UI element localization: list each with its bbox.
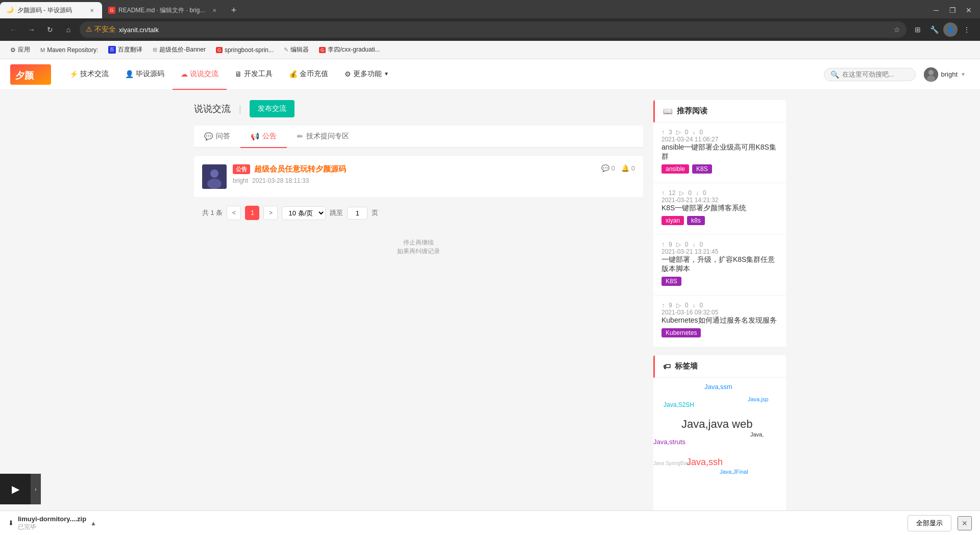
video-thumbnail[interactable]: ▶ [0, 474, 31, 504]
tag-k8s-r3[interactable]: K8S [662, 277, 681, 286]
svg-text:夕颜: 夕颜 [15, 70, 34, 81]
all-show-button[interactable]: 全部显示 [908, 515, 951, 531]
tab-close-2[interactable]: ✕ [210, 6, 218, 14]
cloud-tag-s2sh[interactable]: Java,S2SH [664, 401, 694, 408]
recommend-title-4[interactable]: Kubernetes如何通过服务名发现服务 [662, 316, 778, 325]
gold-icon: 💰 [289, 70, 298, 78]
like-icon: 💬 [601, 164, 609, 172]
goto-label: 跳至 [330, 208, 343, 217]
new-tab-button[interactable]: + [227, 3, 241, 17]
search-input[interactable] [842, 70, 909, 78]
user-area[interactable]: bright ▼ [920, 65, 970, 84]
bookmark-star-icon[interactable]: ☆ [894, 26, 900, 34]
tab-close-1[interactable]: ✕ [88, 6, 96, 14]
address-input[interactable]: ⚠ 不安全 xiyanit.cn/talk ☆ [80, 21, 906, 38]
post-title[interactable]: 超级会员任意玩转夕颜源码 [254, 164, 346, 174]
cloud-tag-ssm[interactable]: Java,ssm [704, 383, 732, 391]
per-page-select[interactable]: 10 条/页 [282, 206, 326, 220]
cloud-tag-jfinal[interactable]: Java,JFinal [720, 469, 748, 475]
profile-button[interactable]: 👤 [943, 22, 958, 37]
prev-page-button[interactable]: < [227, 206, 241, 220]
tag-k8s-r2[interactable]: k8s [687, 216, 705, 225]
tab-active[interactable]: 🌙 夕颜源码 - 毕设源码 ✕ [0, 2, 102, 18]
bookmark-banner[interactable]: ⊞ 超级低价-Banner [149, 43, 210, 56]
close-download-bar-button[interactable]: ✕ [958, 516, 972, 530]
tag-xiyan[interactable]: xiyan [662, 216, 684, 225]
likes-r4: 9 [669, 302, 672, 309]
apps-icon: ⚙ [10, 46, 16, 54]
svg-point-3 [928, 70, 934, 75]
expand-video-button[interactable]: › [31, 474, 41, 504]
nav-more-label: 更多功能 [353, 69, 382, 79]
bookmark-apps[interactable]: ⚙ 应用 [6, 43, 34, 56]
bookmark-springboot[interactable]: G springboot-sprin... [212, 44, 278, 56]
back-button[interactable]: ← [6, 22, 20, 37]
tab-notice[interactable]: 📢 公告 [240, 126, 287, 148]
nav-gold[interactable]: 💰 金币充值 [281, 59, 336, 90]
current-page-button[interactable]: 1 [245, 206, 259, 220]
dislike-icon-r3: ↓ [692, 241, 695, 248]
like-icon-r4: ↑ [662, 302, 665, 309]
sidebar-recommend-title: 📖 推荐阅读 [653, 100, 786, 123]
extension-icon[interactable]: 🔧 [927, 22, 941, 37]
header-divider: | [239, 104, 241, 114]
play-icon: ▶ [12, 483, 19, 495]
page-total: 共 1 条 [202, 208, 223, 217]
tag-wall-container: Java,ssm Java,S2SH Java,jsp Java,java we… [653, 378, 786, 521]
minimize-button[interactable]: ─ [929, 3, 943, 17]
close-button[interactable]: ✕ [962, 3, 976, 17]
main-nav: 夕颜 ⚡ 技术交流 👤 毕设源码 ☁ 说说交流 🖥 开发工具 💰 [0, 59, 980, 90]
next-page-button[interactable]: > [263, 206, 278, 220]
bookmark-baidu[interactable]: 百 百度翻译 [104, 43, 146, 56]
tag-kubernetes[interactable]: Kubernetes [662, 328, 701, 337]
goto-input[interactable]: 1 [347, 207, 368, 220]
nav-talk[interactable]: ☁ 说说交流 [173, 59, 227, 90]
cloud-tag-java[interactable]: Java, [750, 431, 764, 437]
nav-more[interactable]: ⚙ 更多功能 ▼ [336, 59, 397, 90]
download-chevron-icon[interactable]: ▲ [90, 520, 96, 527]
main-content: 说说交流 | 发布交流 💬 问答 📢 公告 ✏ 技术提问专区 [194, 100, 643, 535]
bookmark-editor[interactable]: ✎ 编辑器 [280, 43, 313, 56]
cloud-tag-javaweb[interactable]: Java,java web [681, 418, 752, 431]
tab-tech-qa[interactable]: ✏ 技术提问专区 [287, 126, 359, 148]
comments-r1: 0 [685, 129, 689, 136]
tab-bar: 🌙 夕颜源码 - 毕设源码 ✕ G README.md · 编辑文件 · bri… [0, 0, 980, 18]
refresh-button[interactable]: ↻ [43, 22, 57, 37]
nav-tech[interactable]: ⚡ 技术交流 [61, 59, 117, 90]
recommend-title-2[interactable]: K8S一键部署夕颜博客系统 [662, 204, 778, 213]
site-logo[interactable]: 夕颜 [10, 64, 51, 85]
cloud-tag-struts[interactable]: Java,struts [653, 438, 685, 446]
recommend-item-3: ↑ 9 ▷ 0 ↓ 0 2021-03-21 13:21:45 一键部署，升级，… [653, 235, 786, 296]
search-box[interactable]: 🔍 [824, 68, 916, 81]
post-date: 2021-03-28 18:11:33 [252, 177, 309, 184]
tab-inactive[interactable]: G README.md · 编辑文件 · brigh... ✕ [102, 2, 225, 18]
post-item: 公告 超级会员任意玩转夕颜源码 bright 2021-03-28 18:11:… [194, 156, 643, 198]
cloud-tag-jsp[interactable]: Java,jsp [748, 396, 768, 402]
tab-qa[interactable]: 💬 问答 [194, 126, 240, 148]
bookmark-lisi[interactable]: G 李四/cxx-graduati... [315, 43, 384, 56]
security-badge: ⚠ 不安全 [86, 25, 116, 34]
nav-bishe[interactable]: 👤 毕设源码 [117, 59, 173, 90]
menu-button[interactable]: ⋮ [960, 22, 974, 37]
publish-button[interactable]: 发布交流 [250, 100, 295, 117]
likes-r2: 12 [669, 189, 675, 197]
download-bar: ⬇ limuyi-dormitory....zip 已完毕 ▲ 全部显示 ✕ [0, 510, 980, 535]
recommend-title-3[interactable]: 一键部署，升级，扩容K8S集群任意版本脚本 [662, 255, 778, 274]
logo-image: 夕颜 [10, 64, 51, 85]
cloud-tag-ssh[interactable]: Java,ssh [687, 457, 723, 468]
forward-button[interactable]: → [24, 22, 39, 37]
likes-stat: 💬 0 [601, 164, 615, 172]
comments-r4: 0 [685, 302, 689, 309]
talk-icon: ☁ [181, 70, 188, 78]
bookmark-maven[interactable]: M Maven Repository: [36, 44, 102, 56]
post-info: bright 2021-03-28 18:11:33 [233, 177, 595, 184]
recommend-date-1: 2021-03-24 11:06:27 [662, 136, 778, 143]
tag-k8s-r1[interactable]: K8S [692, 164, 712, 174]
home-button[interactable]: ⌂ [61, 22, 76, 37]
nav-devtools[interactable]: 🖥 开发工具 [227, 59, 281, 90]
extensions-button[interactable]: ⊞ [911, 22, 925, 37]
recommend-title-1[interactable]: ansible一键部署企业级高可用K8S集群 [662, 143, 778, 161]
restore-button[interactable]: ❐ [945, 3, 960, 17]
tag-ansible[interactable]: ansible [662, 164, 689, 174]
maven-icon: M [40, 47, 45, 53]
